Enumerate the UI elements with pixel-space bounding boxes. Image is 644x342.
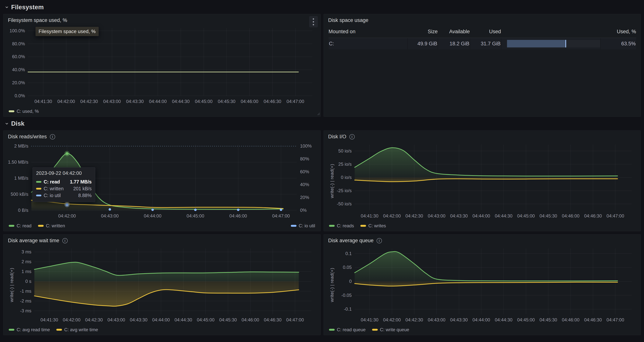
legend-item-c-reads[interactable]: C: reads bbox=[329, 223, 354, 228]
cell-mounted-on: C: bbox=[328, 38, 408, 49]
svg-text:04:44:00: 04:44:00 bbox=[144, 213, 162, 218]
svg-text:0: 0 bbox=[349, 279, 352, 284]
panel-header[interactable]: Disk average wait time i bbox=[4, 234, 320, 245]
svg-text:80.0%: 80.0% bbox=[12, 41, 25, 46]
col-available[interactable]: Available bbox=[438, 29, 470, 34]
panel-title[interactable]: Disk average wait time bbox=[8, 238, 59, 244]
table-row: C: 49.9 GiB 18.2 GiB 31.7 GiB 63.5% bbox=[328, 38, 636, 49]
legend-item-c-writes[interactable]: C: writes bbox=[360, 223, 386, 228]
svg-text:1 MB/s: 1 MB/s bbox=[14, 176, 28, 181]
legend-item-avg-write-time[interactable]: C: avg write time bbox=[56, 327, 98, 332]
panel-resize-handle[interactable] bbox=[317, 112, 320, 116]
panel-header[interactable]: Disk reads/writes i bbox=[4, 130, 320, 141]
legend-label: C: avg write time bbox=[64, 327, 98, 332]
panel-title[interactable]: Disk I/O bbox=[328, 134, 346, 140]
col-used[interactable]: Used bbox=[470, 29, 501, 34]
legend-label: C: used, % bbox=[17, 109, 39, 114]
tooltip-row: C: io util 8.88% bbox=[36, 192, 92, 199]
svg-text:04:46:00: 04:46:00 bbox=[562, 317, 579, 322]
legend: C: used, % bbox=[9, 108, 315, 115]
info-icon[interactable]: i bbox=[62, 238, 68, 243]
panel-disk-average-queue: Disk average queue i write(-) | read(+) … bbox=[324, 234, 641, 335]
svg-text:-3 ms: -3 ms bbox=[20, 308, 31, 313]
svg-text:04:45:00: 04:45:00 bbox=[197, 317, 214, 322]
info-icon[interactable]: i bbox=[376, 238, 382, 243]
panel-title[interactable]: Disk average queue bbox=[328, 238, 374, 244]
panel-title-tooltip: Filesystem space used, % bbox=[36, 27, 99, 36]
svg-text:-1 ms: -1 ms bbox=[20, 288, 31, 294]
legend-label: C: read bbox=[17, 223, 32, 228]
filesystem-space-used-chart[interactable]: 04:41:3004:42:0004:42:3004:43:0004:43:30… bbox=[6, 25, 318, 106]
legend: C: reads C: writes bbox=[329, 222, 636, 229]
svg-text:60.0%: 60.0% bbox=[12, 54, 25, 59]
svg-text:04:42:00: 04:42:00 bbox=[383, 317, 400, 322]
section-row-filesystem[interactable]: Filesystem bbox=[3, 3, 641, 12]
svg-text:04:46:30: 04:46:30 bbox=[584, 317, 602, 322]
svg-text:2 MB/s: 2 MB/s bbox=[14, 144, 28, 148]
disk-io-chart[interactable]: write(-) | read(+) 04:41:3004:42:0004:42… bbox=[326, 142, 638, 220]
series-swatch bbox=[360, 225, 366, 227]
legend-item-c-read[interactable]: C: read bbox=[9, 223, 32, 228]
svg-text:04:41:30: 04:41:30 bbox=[361, 317, 378, 322]
series-swatch bbox=[38, 225, 44, 227]
panel-header[interactable]: Disk I/O i bbox=[324, 130, 641, 141]
svg-text:04:42:00: 04:42:00 bbox=[57, 99, 75, 104]
svg-text:100%: 100% bbox=[300, 144, 312, 148]
svg-text:100.0%: 100.0% bbox=[10, 28, 25, 33]
legend-item-read-queue[interactable]: C: read queue bbox=[329, 327, 366, 332]
svg-text:04:47:00: 04:47:00 bbox=[606, 213, 624, 218]
svg-text:04:46:30: 04:46:30 bbox=[264, 317, 281, 322]
legend-label: C: write queue bbox=[380, 327, 409, 332]
svg-text:04:44:00: 04:44:00 bbox=[149, 99, 167, 104]
svg-text:04:46:30: 04:46:30 bbox=[264, 99, 281, 104]
svg-text:04:43:30: 04:43:30 bbox=[130, 317, 148, 322]
col-mounted-on[interactable]: Mounted on bbox=[328, 29, 408, 34]
legend-label: C: writes bbox=[368, 223, 386, 228]
section-row-disk[interactable]: Disk bbox=[3, 119, 641, 128]
svg-text:04:45:00: 04:45:00 bbox=[517, 317, 534, 322]
gauge-fill bbox=[507, 40, 566, 48]
series-swatch bbox=[9, 329, 14, 331]
svg-text:04:43:30: 04:43:30 bbox=[126, 99, 144, 104]
section-title-filesystem: Filesystem bbox=[11, 4, 44, 11]
svg-text:04:42:30: 04:42:30 bbox=[405, 317, 423, 322]
svg-text:25 io/s: 25 io/s bbox=[338, 162, 352, 167]
col-used-pct[interactable]: Used, % bbox=[600, 29, 636, 34]
series-swatch bbox=[36, 194, 42, 196]
section-title-disk: Disk bbox=[11, 120, 24, 127]
info-icon[interactable]: i bbox=[350, 134, 355, 140]
panel-header[interactable]: Disk average queue i bbox=[324, 234, 641, 245]
svg-text:1 ms: 1 ms bbox=[22, 269, 31, 274]
panel-title[interactable]: Disk space usage bbox=[328, 18, 368, 23]
legend-item-write-queue[interactable]: C: write queue bbox=[372, 327, 409, 332]
col-size[interactable]: Size bbox=[408, 29, 438, 34]
svg-text:04:45:00: 04:45:00 bbox=[186, 213, 204, 218]
panel-header[interactable]: Filesystem space used, % bbox=[4, 14, 320, 25]
svg-text:04:42:00: 04:42:00 bbox=[63, 317, 80, 322]
legend-item-c-used[interactable]: C: used, % bbox=[9, 109, 39, 114]
svg-text:04:45:30: 04:45:30 bbox=[219, 317, 237, 322]
disk-average-queue-chart[interactable]: write(-) | read(+) 04:41:3004:42:0004:42… bbox=[326, 246, 638, 324]
chevron-down-icon bbox=[4, 121, 9, 126]
svg-text:04:41:30: 04:41:30 bbox=[40, 317, 58, 322]
svg-text:04:47:00: 04:47:00 bbox=[286, 99, 304, 104]
legend-item-avg-read-time[interactable]: C: avg read time bbox=[9, 327, 50, 332]
panel-disk-io: Disk I/O i write(-) | read(+) 04:41:3004… bbox=[324, 130, 641, 231]
panel-title[interactable]: Disk reads/writes bbox=[8, 134, 47, 140]
svg-text:500 kB/s: 500 kB/s bbox=[11, 192, 28, 197]
legend-item-c-io-util[interactable]: C: io util bbox=[291, 223, 315, 228]
legend-item-c-written[interactable]: C: written bbox=[38, 223, 65, 228]
panel-menu-button[interactable] bbox=[309, 16, 318, 28]
svg-text:3 ms: 3 ms bbox=[22, 249, 31, 254]
svg-text:04:44:30: 04:44:30 bbox=[495, 317, 512, 322]
svg-text:04:42:00: 04:42:00 bbox=[58, 213, 76, 218]
svg-text:04:47:00: 04:47:00 bbox=[606, 317, 624, 322]
svg-text:20%: 20% bbox=[300, 195, 309, 200]
svg-text:-25 io/s: -25 io/s bbox=[337, 188, 352, 193]
panel-title[interactable]: Filesystem space used, % bbox=[8, 18, 67, 23]
disk-average-wait-time-chart[interactable]: write(-) | read(+) 04:41:3004:42:0004:42… bbox=[6, 246, 318, 324]
panel-header[interactable]: Disk space usage bbox=[324, 14, 641, 25]
svg-text:0 B/s: 0 B/s bbox=[18, 208, 28, 213]
legend: C: read queue C: write queue bbox=[329, 326, 636, 333]
info-icon[interactable]: i bbox=[50, 134, 55, 140]
